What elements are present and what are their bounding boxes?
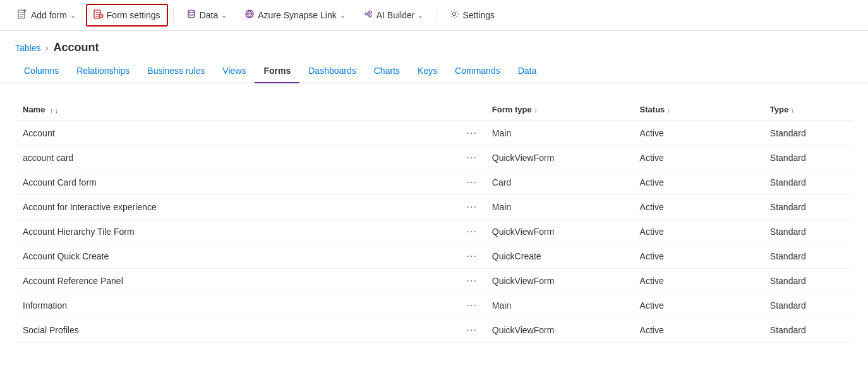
tab-keys[interactable]: Keys — [409, 59, 446, 83]
row-context-menu[interactable]: ··· — [466, 275, 476, 286]
cell-name: Account — [15, 121, 459, 146]
toolbar-divider-2 — [436, 8, 437, 23]
azure-synapse-label: Azure Synapse Link — [258, 10, 337, 20]
row-context-menu[interactable]: ··· — [466, 127, 476, 138]
svg-point-7 — [369, 15, 371, 17]
row-context-menu[interactable]: ··· — [466, 324, 476, 335]
cell-menu[interactable]: ··· — [459, 121, 484, 146]
cell-menu[interactable]: ··· — [459, 244, 484, 269]
cell-name: Account Card form — [15, 170, 459, 195]
table-row[interactable]: Account Card form ··· Card Active Standa… — [15, 170, 853, 195]
form-settings-icon — [93, 9, 104, 21]
cell-menu[interactable]: ··· — [459, 269, 484, 293]
cell-name: Account for Interactive experience — [15, 195, 459, 220]
type-sort[interactable]: ↓ — [791, 106, 795, 114]
svg-point-8 — [453, 13, 456, 16]
add-form-icon — [18, 9, 28, 21]
tab-views[interactable]: Views — [214, 59, 255, 83]
row-context-menu[interactable]: ··· — [466, 201, 476, 212]
row-context-menu[interactable]: ··· — [466, 251, 476, 261]
table-row[interactable]: Information ··· Main Active Standard — [15, 293, 853, 318]
table-header: Name ↑ ↓ Form type ↓ Status ↓ Type — [15, 98, 853, 121]
cell-status: Active — [632, 220, 763, 244]
toolbar-divider-1 — [173, 8, 174, 23]
form-settings-label: Form settings — [107, 10, 160, 20]
svg-point-5 — [365, 13, 368, 15]
cell-status: Active — [632, 293, 763, 318]
breadcrumb-current: Account — [53, 41, 99, 54]
name-sort-desc[interactable]: ↓ — [55, 107, 59, 114]
row-context-menu[interactable]: ··· — [466, 152, 476, 163]
cell-type: Standard — [763, 244, 853, 269]
data-button[interactable]: Data ⌄ — [179, 4, 235, 27]
data-label: Data — [200, 10, 219, 20]
azure-synapse-button[interactable]: Azure Synapse Link ⌄ — [237, 4, 353, 27]
cell-status: Active — [632, 269, 763, 293]
cell-name: Account Quick Create — [15, 244, 459, 269]
cell-type: Standard — [763, 195, 853, 220]
cell-menu[interactable]: ··· — [459, 293, 484, 318]
name-sort-asc[interactable]: ↑ — [50, 107, 54, 114]
row-context-menu[interactable]: ··· — [466, 300, 476, 311]
cell-type: Standard — [763, 121, 853, 146]
breadcrumb-tables-link[interactable]: Tables — [15, 43, 40, 53]
cell-status: Active — [632, 170, 763, 195]
ai-builder-label: AI Builder — [377, 10, 415, 20]
table-row[interactable]: Account Hierarchy Tile Form ··· QuickVie… — [15, 220, 853, 244]
settings-button[interactable]: Settings — [442, 4, 502, 27]
col-header-name[interactable]: Name ↑ ↓ — [15, 98, 459, 121]
cell-form-type: QuickViewForm — [485, 318, 632, 343]
cell-menu[interactable]: ··· — [459, 318, 484, 343]
cell-form-type: QuickViewForm — [485, 146, 632, 170]
cell-form-type: Main — [485, 121, 632, 146]
form-settings-button[interactable]: Form settings — [86, 4, 168, 27]
col-header-status[interactable]: Status ↓ — [632, 98, 763, 121]
cell-form-type: Main — [485, 195, 632, 220]
cell-name: Account Reference Panel — [15, 269, 459, 293]
cell-menu[interactable]: ··· — [459, 220, 484, 244]
table-row[interactable]: Account for Interactive experience ··· M… — [15, 195, 853, 220]
cell-name: Information — [15, 293, 459, 318]
breadcrumb: Tables › Account — [0, 31, 868, 59]
cell-form-type: QuickViewForm — [485, 220, 632, 244]
tab-columns[interactable]: Columns — [15, 59, 68, 83]
tab-business-rules[interactable]: Business rules — [138, 59, 214, 83]
forms-table: Name ↑ ↓ Form type ↓ Status ↓ Type — [15, 98, 853, 343]
col-header-form-type[interactable]: Form type ↓ — [485, 98, 632, 121]
table-row[interactable]: account card ··· QuickViewForm Active St… — [15, 146, 853, 170]
cell-type: Standard — [763, 146, 853, 170]
formtype-sort[interactable]: ↓ — [534, 106, 538, 114]
cell-type: Standard — [763, 293, 853, 318]
svg-point-3 — [188, 10, 195, 13]
status-sort[interactable]: ↓ — [667, 106, 671, 114]
settings-icon — [449, 9, 459, 21]
name-sort-icons: ↑ ↓ — [50, 107, 58, 114]
cell-menu[interactable]: ··· — [459, 146, 484, 170]
breadcrumb-separator: › — [45, 44, 48, 52]
tab-data[interactable]: Data — [509, 59, 546, 83]
cell-form-type: Card — [485, 170, 632, 195]
tab-forms[interactable]: Forms — [255, 59, 299, 83]
cell-form-type: QuickCreate — [485, 244, 632, 269]
tab-commands[interactable]: Commands — [446, 59, 509, 83]
table-row[interactable]: Account Reference Panel ··· QuickViewFor… — [15, 269, 853, 293]
data-chevron: ⌄ — [221, 11, 227, 20]
row-context-menu[interactable]: ··· — [466, 177, 476, 187]
table-row[interactable]: Social Profiles ··· QuickViewForm Active… — [15, 318, 853, 343]
cell-menu[interactable]: ··· — [459, 195, 484, 220]
subnav: Columns Relationships Business rules Vie… — [0, 59, 868, 83]
cell-status: Active — [632, 244, 763, 269]
ai-builder-button[interactable]: AI Builder ⌄ — [356, 4, 431, 27]
azure-synapse-icon — [244, 9, 255, 21]
table-row[interactable]: Account Quick Create ··· QuickCreate Act… — [15, 244, 853, 269]
cell-status: Active — [632, 121, 763, 146]
table-row[interactable]: Account ··· Main Active Standard — [15, 121, 853, 146]
tab-dashboards[interactable]: Dashboards — [299, 59, 365, 83]
cell-type: Standard — [763, 318, 853, 343]
row-context-menu[interactable]: ··· — [466, 226, 476, 237]
cell-menu[interactable]: ··· — [459, 170, 484, 195]
tab-charts[interactable]: Charts — [365, 59, 409, 83]
add-form-button[interactable]: Add form ⌄ — [10, 4, 83, 27]
col-header-type[interactable]: Type ↓ — [763, 98, 853, 121]
tab-relationships[interactable]: Relationships — [68, 59, 138, 83]
